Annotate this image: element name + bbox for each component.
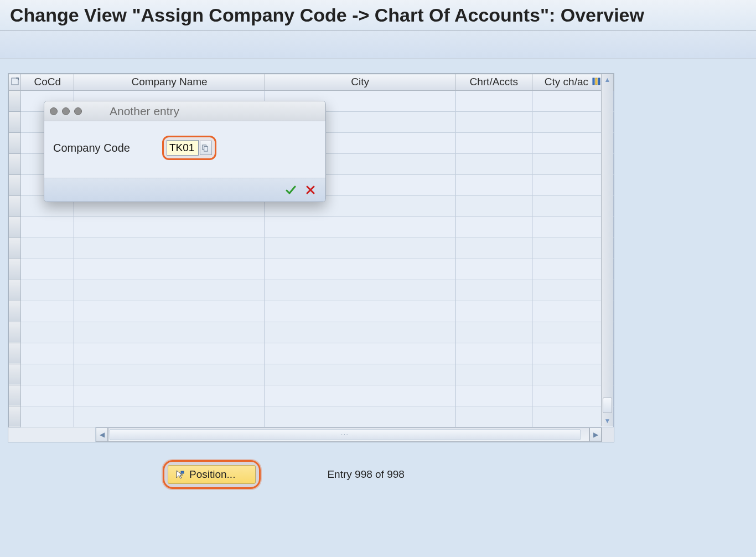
row-selector[interactable] bbox=[9, 385, 21, 406]
table-cell[interactable] bbox=[21, 385, 74, 406]
table-cell[interactable] bbox=[455, 132, 532, 153]
row-selector[interactable] bbox=[9, 195, 21, 216]
table-cell[interactable] bbox=[21, 259, 74, 280]
table-row[interactable] bbox=[9, 343, 614, 364]
table-cell[interactable] bbox=[265, 385, 455, 406]
table-cell[interactable] bbox=[74, 385, 265, 406]
table-cell[interactable] bbox=[74, 301, 265, 322]
table-cell[interactable] bbox=[455, 238, 532, 259]
table-cell[interactable] bbox=[74, 322, 265, 343]
table-cell[interactable] bbox=[455, 174, 532, 195]
table-cell[interactable] bbox=[21, 301, 74, 322]
table-row[interactable] bbox=[9, 406, 614, 427]
vscroll-thumb[interactable] bbox=[603, 398, 612, 413]
table-row[interactable] bbox=[9, 238, 614, 259]
row-selector[interactable] bbox=[9, 322, 21, 343]
window-max-dot[interactable] bbox=[74, 107, 82, 115]
cancel-button[interactable] bbox=[304, 184, 317, 196]
table-cell[interactable] bbox=[265, 364, 455, 385]
table-cell[interactable] bbox=[455, 195, 532, 216]
table-cell[interactable] bbox=[455, 343, 532, 364]
table-row[interactable] bbox=[9, 280, 614, 301]
row-selector[interactable] bbox=[9, 259, 21, 280]
row-selector[interactable] bbox=[9, 216, 21, 238]
table-row[interactable] bbox=[9, 259, 614, 280]
col-city-header[interactable]: City bbox=[265, 74, 455, 91]
table-cell[interactable] bbox=[74, 216, 265, 238]
table-row[interactable] bbox=[9, 364, 614, 385]
row-selector[interactable] bbox=[9, 301, 21, 322]
search-help-button[interactable] bbox=[200, 141, 212, 155]
col-cocd-header[interactable]: CoCd bbox=[21, 74, 74, 91]
row-selector[interactable] bbox=[9, 364, 21, 385]
table-cell[interactable] bbox=[74, 406, 265, 427]
horizontal-scrollbar[interactable]: ◀ ··· ▶ bbox=[8, 427, 614, 442]
table-cell[interactable] bbox=[265, 406, 455, 427]
table-cell[interactable] bbox=[21, 406, 74, 427]
table-row[interactable] bbox=[9, 385, 614, 406]
table-cell[interactable] bbox=[265, 238, 455, 259]
col-company-name-header[interactable]: Company Name bbox=[74, 74, 265, 91]
table-cell[interactable] bbox=[455, 406, 532, 427]
table-cell[interactable] bbox=[74, 343, 265, 364]
row-selector[interactable] bbox=[9, 132, 21, 153]
table-row[interactable] bbox=[9, 216, 614, 238]
scroll-up-icon[interactable]: ▲ bbox=[602, 74, 613, 85]
dialog-title-bar[interactable]: Another entry bbox=[44, 101, 325, 121]
table-cell[interactable] bbox=[21, 216, 74, 238]
table-cell[interactable] bbox=[455, 259, 532, 280]
table-cell[interactable] bbox=[74, 364, 265, 385]
table-cell[interactable] bbox=[455, 322, 532, 343]
table-cell[interactable] bbox=[455, 153, 532, 174]
table-cell[interactable] bbox=[455, 301, 532, 322]
table-cell[interactable] bbox=[21, 364, 74, 385]
hscroll-track[interactable]: ··· bbox=[108, 427, 589, 442]
scroll-left-icon[interactable]: ◀ bbox=[96, 427, 108, 442]
svg-rect-4 bbox=[181, 471, 184, 473]
table-cell[interactable] bbox=[265, 301, 455, 322]
select-all-header[interactable] bbox=[9, 74, 21, 91]
row-selector[interactable] bbox=[9, 238, 21, 259]
checkmark-icon bbox=[285, 184, 296, 195]
toolbar-strip bbox=[0, 31, 756, 59]
vscroll-track[interactable] bbox=[602, 85, 613, 415]
table-cell[interactable] bbox=[265, 216, 455, 238]
table-cell[interactable] bbox=[265, 280, 455, 301]
table-cell[interactable] bbox=[74, 280, 265, 301]
hscroll-thumb[interactable]: ··· bbox=[110, 429, 581, 440]
table-cell[interactable] bbox=[455, 280, 532, 301]
table-cell[interactable] bbox=[21, 322, 74, 343]
row-selector[interactable] bbox=[9, 153, 21, 174]
row-selector[interactable] bbox=[9, 90, 21, 111]
scroll-right-icon[interactable]: ▶ bbox=[589, 427, 602, 442]
table-cell[interactable] bbox=[265, 259, 455, 280]
table-cell[interactable] bbox=[455, 364, 532, 385]
table-cell[interactable] bbox=[21, 343, 74, 364]
table-row[interactable] bbox=[9, 322, 614, 343]
vertical-scrollbar[interactable]: ▲ ▼ bbox=[601, 74, 613, 426]
row-selector[interactable] bbox=[9, 343, 21, 364]
row-selector[interactable] bbox=[9, 280, 21, 301]
company-code-input[interactable] bbox=[167, 140, 199, 156]
ok-button[interactable] bbox=[284, 184, 297, 196]
scroll-down-icon[interactable]: ▼ bbox=[602, 415, 613, 426]
table-cell[interactable] bbox=[265, 322, 455, 343]
column-config-icon[interactable] bbox=[592, 76, 601, 89]
table-cell[interactable] bbox=[74, 259, 265, 280]
row-selector[interactable] bbox=[9, 111, 21, 132]
window-close-dot[interactable] bbox=[50, 107, 58, 115]
table-cell[interactable] bbox=[455, 385, 532, 406]
table-cell[interactable] bbox=[21, 238, 74, 259]
table-cell[interactable] bbox=[265, 343, 455, 364]
table-cell[interactable] bbox=[455, 90, 532, 111]
table-cell[interactable] bbox=[74, 238, 265, 259]
table-cell[interactable] bbox=[455, 216, 532, 238]
row-selector[interactable] bbox=[9, 174, 21, 195]
table-cell[interactable] bbox=[455, 111, 532, 132]
table-cell[interactable] bbox=[21, 280, 74, 301]
window-min-dot[interactable] bbox=[62, 107, 70, 115]
table-row[interactable] bbox=[9, 301, 614, 322]
row-selector[interactable] bbox=[9, 406, 21, 427]
position-button[interactable]: Position... bbox=[168, 465, 256, 484]
col-chrt-accts-header[interactable]: Chrt/Accts bbox=[455, 74, 532, 91]
